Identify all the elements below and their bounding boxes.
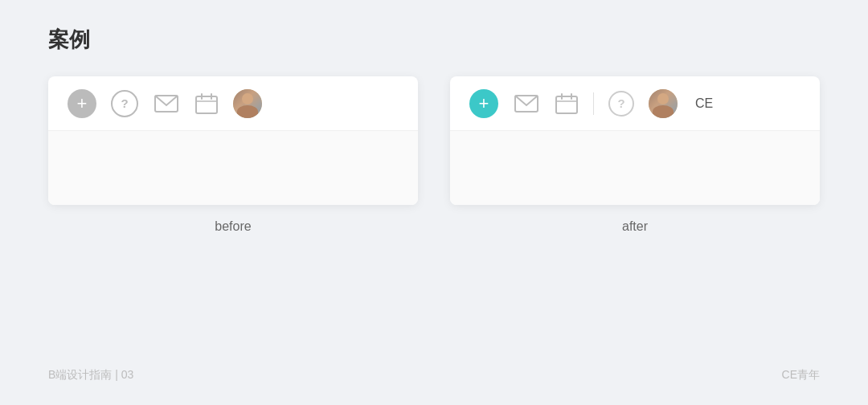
after-mail-icon[interactable] xyxy=(513,94,540,113)
mail-icon[interactable] xyxy=(153,94,180,113)
before-content-area xyxy=(48,131,418,205)
before-toolbar-row: + ? xyxy=(48,76,418,131)
avatar xyxy=(233,89,262,118)
before-block: + ? xyxy=(48,76,418,349)
svg-rect-1 xyxy=(196,96,217,113)
after-block: + xyxy=(450,76,820,349)
after-avatar-image xyxy=(649,89,678,118)
divider xyxy=(593,92,594,115)
footer-left: B端设计指南 | 03 xyxy=(48,368,133,382)
footer-right: CE青年 xyxy=(782,368,820,382)
ce-label: CE xyxy=(695,96,713,111)
before-card: + ? xyxy=(48,76,418,205)
after-card: + xyxy=(450,76,820,205)
after-label: after xyxy=(622,219,648,234)
calendar-icon[interactable] xyxy=(194,92,219,116)
before-label: before xyxy=(215,219,251,234)
page-container: 案例 + ? xyxy=(0,0,868,405)
cases-row: + ? xyxy=(48,76,820,349)
page-title: 案例 xyxy=(48,26,820,54)
footer: B端设计指南 | 03 CE青年 xyxy=(48,368,820,382)
avatar-image xyxy=(233,89,262,118)
after-avatar xyxy=(649,89,678,118)
after-content-area xyxy=(450,131,820,205)
after-question-icon[interactable]: ? xyxy=(608,91,634,117)
after-calendar-icon[interactable] xyxy=(555,92,579,116)
after-toolbar-row: + xyxy=(450,76,820,131)
question-icon[interactable]: ? xyxy=(111,90,138,117)
svg-rect-6 xyxy=(556,96,577,113)
add-active-icon[interactable]: + xyxy=(469,89,498,118)
add-icon[interactable]: + xyxy=(68,89,96,118)
